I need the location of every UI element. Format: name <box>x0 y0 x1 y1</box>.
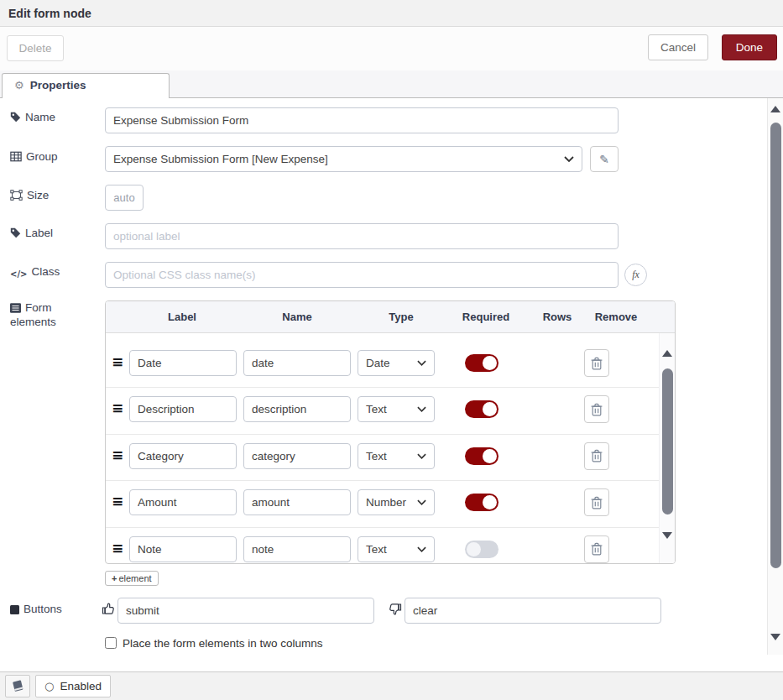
delete-element-button[interactable] <box>584 488 609 516</box>
element-name-input[interactable] <box>243 443 351 469</box>
element-type-select[interactable]: Text <box>358 443 435 469</box>
book-icon <box>11 680 25 692</box>
list-alt-icon <box>10 303 21 313</box>
dialog-title: Edit form node <box>8 7 91 20</box>
size-handles-icon <box>10 190 23 201</box>
chevron-down-icon <box>417 453 426 459</box>
scroll-down-arrow-icon[interactable] <box>770 634 780 640</box>
dialog-header: Edit form node <box>0 0 783 27</box>
trash-icon <box>591 496 603 509</box>
fx-icon: fx <box>632 269 639 280</box>
name-input[interactable] <box>105 107 619 133</box>
node-help-button[interactable] <box>5 675 30 697</box>
style-expression-button[interactable]: fx <box>624 264 647 286</box>
delete-element-button[interactable] <box>584 442 609 470</box>
column-header-required: Required <box>462 311 509 323</box>
element-type-select[interactable]: Text <box>358 536 435 562</box>
required-toggle[interactable] <box>465 541 499 558</box>
element-name-input[interactable] <box>243 489 351 515</box>
form-element-row: ≡ Date <box>106 342 675 388</box>
element-type-value: Date <box>366 357 390 369</box>
done-button[interactable]: Done <box>722 34 777 60</box>
class-field-label: </>Class <box>10 264 101 281</box>
drag-handle-icon[interactable]: ≡ <box>112 494 123 509</box>
group-field-label: Group <box>10 149 101 164</box>
required-toggle[interactable] <box>465 354 499 372</box>
column-header-label: Label <box>168 311 196 323</box>
plus-icon: + <box>112 573 117 583</box>
class-input[interactable] <box>105 262 619 288</box>
tag-icon <box>10 112 21 123</box>
tab-properties-label: Properties <box>30 79 86 91</box>
scroll-up-arrow-icon[interactable] <box>770 106 780 112</box>
form-element-row: ≡ Text <box>106 528 675 564</box>
element-type-select[interactable]: Text <box>358 396 435 422</box>
element-label-input[interactable] <box>129 443 237 469</box>
drag-handle-icon[interactable]: ≡ <box>112 355 123 369</box>
form-element-row: ≡ Text <box>106 435 675 481</box>
square-icon <box>10 605 19 614</box>
size-field-label: Size <box>10 188 101 202</box>
group-select-value: Expense Submission Form [New Expense] <box>113 153 328 165</box>
chevron-down-icon <box>417 406 426 412</box>
cancel-button[interactable]: Cancel <box>648 34 708 60</box>
table-scrollbar-thumb[interactable] <box>662 368 673 515</box>
add-element-button[interactable]: +element <box>105 571 159 586</box>
required-toggle[interactable] <box>465 447 499 465</box>
element-label-input[interactable] <box>129 536 237 562</box>
group-select[interactable]: Expense Submission Form [New Expense] <box>105 146 582 172</box>
submit-button-text-input[interactable] <box>117 598 374 624</box>
main-scrollbar <box>767 98 783 655</box>
main-scrollbar-thumb[interactable] <box>770 123 781 568</box>
column-header-type: Type <box>389 311 413 323</box>
element-name-input[interactable] <box>243 536 351 562</box>
trash-icon <box>591 449 603 462</box>
drag-handle-icon[interactable]: ≡ <box>112 448 123 462</box>
two-columns-checkbox-label[interactable]: Place the form elements in two columns <box>123 637 323 650</box>
element-type-value: Text <box>366 543 387 556</box>
drag-handle-icon[interactable]: ≡ <box>112 401 123 415</box>
element-name-input[interactable] <box>243 350 351 376</box>
scroll-up-arrow-icon[interactable] <box>662 350 672 357</box>
delete-element-button[interactable] <box>584 535 609 563</box>
delete-button[interactable]: Delete <box>7 35 64 61</box>
drag-handle-icon[interactable]: ≡ <box>112 541 123 556</box>
two-columns-checkbox[interactable] <box>105 637 117 649</box>
chevron-down-icon <box>417 546 426 552</box>
label-input[interactable] <box>105 223 619 249</box>
size-button[interactable]: auto <box>105 185 144 211</box>
dialog-toolbar: Delete Cancel Done <box>0 27 783 71</box>
element-type-select[interactable]: Date <box>358 350 435 376</box>
column-header-name: Name <box>282 311 311 323</box>
tag-icon <box>10 227 21 238</box>
pencil-icon: ✎ <box>599 153 609 166</box>
form-elements-body: ≡ Date ≡ Text ≡ Text <box>106 333 675 564</box>
element-type-select[interactable]: Number <box>358 489 435 515</box>
scroll-down-arrow-icon[interactable] <box>662 532 672 539</box>
enabled-toggle-button[interactable]: ○ Enabled <box>35 675 111 697</box>
thumbs-up-icon <box>102 602 115 616</box>
element-label-input[interactable] <box>129 396 237 422</box>
label-field-label: Label <box>10 226 101 240</box>
column-header-remove: Remove <box>595 311 638 323</box>
chevron-down-icon <box>417 360 426 366</box>
gear-icon: ⚙ <box>14 79 24 91</box>
element-label-input[interactable] <box>129 489 237 515</box>
tab-properties[interactable]: ⚙Properties <box>2 73 170 98</box>
delete-element-button[interactable] <box>584 395 609 423</box>
element-name-input[interactable] <box>243 396 351 422</box>
form-elements-table-header: Label Name Type Required Rows Remove <box>106 301 675 333</box>
edit-group-button[interactable]: ✎ <box>590 146 619 172</box>
element-label-input[interactable] <box>129 350 237 376</box>
required-toggle[interactable] <box>465 400 499 418</box>
clear-button-text-input[interactable] <box>405 598 661 624</box>
table-scrollbar <box>659 333 675 564</box>
required-toggle[interactable] <box>465 494 499 511</box>
chevron-down-icon <box>564 156 574 162</box>
code-icon: </> <box>10 269 27 279</box>
buttons-field-label: Buttons <box>10 602 101 616</box>
delete-element-button[interactable] <box>584 349 609 377</box>
element-type-value: Number <box>366 496 406 509</box>
trash-icon <box>591 403 603 416</box>
trash-icon <box>591 357 603 370</box>
